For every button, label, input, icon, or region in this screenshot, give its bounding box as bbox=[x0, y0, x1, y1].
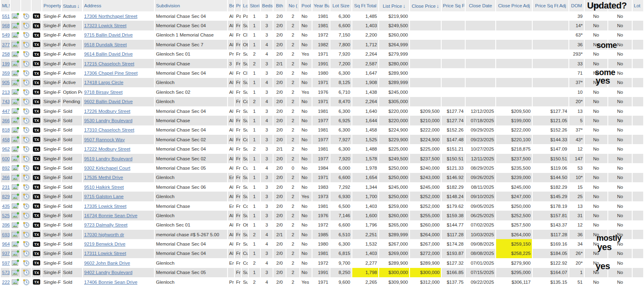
history-clock-icon[interactable] bbox=[23, 70, 30, 76]
history-clock-icon[interactable] bbox=[23, 79, 30, 86]
history-clock-icon[interactable] bbox=[23, 51, 30, 57]
column-header-status[interactable]: Status↓ bbox=[62, 0, 82, 11]
photo-icon[interactable] bbox=[12, 108, 19, 114]
address-link[interactable]: 9402 Landry Boulevard bbox=[84, 270, 132, 275]
photo-icon[interactable] bbox=[12, 146, 19, 152]
mls-number-link[interactable]: 231 bbox=[2, 185, 10, 190]
mls-number-link[interactable]: 199 bbox=[2, 61, 10, 66]
history-clock-icon[interactable] bbox=[23, 231, 30, 238]
address-link[interactable]: 9518 Dundalk Street bbox=[84, 42, 127, 47]
photo-icon[interactable] bbox=[12, 117, 19, 123]
history-clock-icon[interactable] bbox=[23, 136, 30, 143]
column-header-mls[interactable]: MLS bbox=[1, 0, 10, 11]
history-clock-icon[interactable] bbox=[23, 89, 30, 95]
photo-icon[interactable] bbox=[12, 203, 19, 209]
address-link[interactable]: 16734 Bonnie Sean Drive bbox=[84, 213, 137, 218]
address-link[interactable]: 9718 Birsay Street bbox=[84, 90, 123, 95]
mls-number-link[interactable]: 377 bbox=[2, 42, 10, 47]
mls-number-link[interactable]: 743 bbox=[2, 99, 10, 104]
photo-icon[interactable] bbox=[12, 70, 19, 76]
address-link[interactable]: 17226 Modbury Street bbox=[84, 109, 130, 114]
history-clock-icon[interactable] bbox=[23, 41, 30, 48]
column-header-dom[interactable]: DOM bbox=[569, 0, 584, 11]
photo-icon[interactable] bbox=[12, 127, 19, 133]
column-header-pool[interactable]: Pool bbox=[300, 0, 312, 11]
address-link[interactable]: 9507 Rannock Way bbox=[84, 137, 125, 142]
column-header-year[interactable]: Year Bu bbox=[312, 0, 330, 11]
address-link[interactable]: 9614 Ballin David Drive bbox=[84, 52, 133, 56]
mls-number-link[interactable]: 435 bbox=[2, 204, 10, 209]
photo-icon[interactable] bbox=[12, 175, 19, 181]
photo-icon[interactable] bbox=[12, 80, 19, 86]
mls-number-link[interactable]: 549 bbox=[2, 32, 10, 37]
photo-icon[interactable] bbox=[12, 32, 19, 38]
address-link[interactable]: 17310 Chaseloch Street bbox=[84, 127, 134, 132]
address-link[interactable]: 9602 Ballin David Drive bbox=[84, 99, 133, 104]
photo-icon[interactable] bbox=[12, 260, 19, 266]
column-header-lc[interactable]: Lc bbox=[242, 0, 248, 11]
column-header-beds[interactable]: Beds bbox=[261, 0, 273, 11]
history-clock-icon[interactable] bbox=[23, 13, 30, 19]
address-link[interactable]: 17215 Chaseloch Street bbox=[84, 61, 134, 66]
address-link[interactable]: 9715 Galston Lane bbox=[84, 194, 124, 199]
address-link[interactable]: 9723 Dalmally Street bbox=[84, 222, 128, 227]
address-link[interactable]: 9715 Ballin David Drive bbox=[84, 32, 133, 37]
mls-number-link[interactable]: 829 bbox=[2, 194, 10, 199]
address-link[interactable]: 17306 Northchapel Street bbox=[84, 14, 137, 19]
column-header-stories[interactable]: Stori bbox=[249, 0, 260, 11]
mls-number-link[interactable]: 366 bbox=[2, 175, 10, 180]
mls-number-link[interactable]: 213 bbox=[2, 90, 10, 95]
column-header-close_price_adj[interactable]: Close Price Adj bbox=[496, 0, 532, 11]
history-clock-icon[interactable] bbox=[23, 98, 30, 105]
address-link[interactable]: 17335 Lowick Street bbox=[84, 204, 126, 209]
history-clock-icon[interactable] bbox=[23, 203, 30, 209]
mls-number-link[interactable]: 258 bbox=[2, 52, 10, 56]
mls-number-link[interactable]: 937 bbox=[2, 251, 10, 256]
column-header-address[interactable]: Address bbox=[83, 0, 154, 11]
mls-number-link[interactable]: 964 bbox=[2, 242, 10, 246]
address-link[interactable]: 9602 John Bank Drive bbox=[84, 261, 130, 265]
column-header-history[interactable] bbox=[21, 0, 31, 11]
address-link[interactable]: 9510 Halkirk Street bbox=[84, 185, 124, 190]
history-clock-icon[interactable] bbox=[23, 60, 30, 67]
photo-icon[interactable] bbox=[12, 184, 19, 190]
address-link[interactable]: 9530 Landry Boulevard bbox=[84, 118, 132, 123]
mls-number-link[interactable]: 366 bbox=[2, 118, 10, 123]
column-header-new_col[interactable]: New bbox=[585, 0, 607, 11]
mls-number-link[interactable]: 447 bbox=[2, 109, 10, 114]
column-header-lot_size[interactable]: Lot Size bbox=[330, 0, 351, 11]
column-header-pr[interactable]: Pr bbox=[235, 0, 241, 11]
mls-number-link[interactable]: 222 bbox=[2, 280, 10, 285]
photo-icon[interactable] bbox=[12, 41, 19, 47]
photo-icon[interactable] bbox=[12, 250, 19, 257]
history-clock-icon[interactable] bbox=[23, 222, 30, 228]
photo-icon[interactable] bbox=[12, 60, 19, 67]
column-header-price_sqft[interactable]: Price Sq Ft bbox=[442, 0, 465, 11]
history-clock-icon[interactable] bbox=[23, 193, 30, 200]
mls-number-link[interactable]: 458 bbox=[2, 137, 10, 142]
photo-icon[interactable] bbox=[12, 212, 19, 218]
address-link[interactable]: 17311 Lowick Street bbox=[84, 251, 126, 256]
history-clock-icon[interactable] bbox=[23, 155, 30, 162]
history-clock-icon[interactable] bbox=[23, 165, 30, 171]
mls-number-link[interactable]: 597 bbox=[2, 261, 10, 265]
mls-number-link[interactable]: 600 bbox=[2, 156, 10, 161]
history-clock-icon[interactable] bbox=[23, 146, 30, 152]
column-header-property[interactable]: Property bbox=[42, 0, 61, 11]
photo-icon[interactable] bbox=[12, 241, 19, 247]
column-header-col2[interactable] bbox=[608, 0, 632, 11]
mls-number-link[interactable]: 892 bbox=[2, 166, 10, 170]
photo-icon[interactable] bbox=[12, 99, 19, 105]
photo-icon[interactable] bbox=[12, 155, 19, 162]
photo-icon[interactable] bbox=[12, 270, 19, 276]
mls-number-link[interactable]: 525 bbox=[2, 213, 10, 218]
address-link[interactable]: 17222 Modbury Street bbox=[84, 147, 130, 151]
history-clock-icon[interactable] bbox=[23, 212, 30, 219]
history-clock-icon[interactable] bbox=[23, 32, 30, 38]
photo-icon[interactable] bbox=[12, 51, 19, 57]
mls-number-link[interactable]: 396 bbox=[2, 222, 10, 227]
mls-number-link[interactable]: 818 bbox=[2, 127, 10, 132]
history-clock-icon[interactable] bbox=[23, 269, 30, 276]
photo-icon[interactable] bbox=[12, 194, 19, 200]
address-link[interactable]: 17323 Lowick Street bbox=[84, 23, 126, 28]
